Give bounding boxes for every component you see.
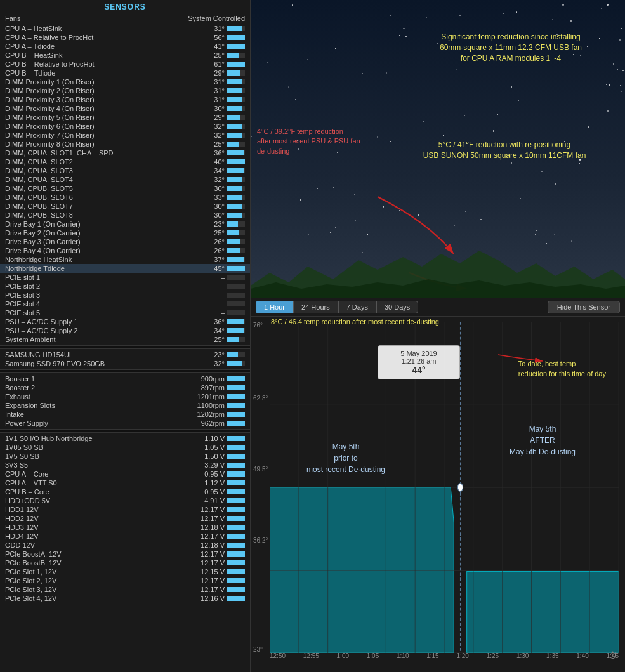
sensor-name: CPU A – VTT S0 (5, 479, 202, 487)
list-item: Drive Bay 3 (On Carrier)26° (0, 237, 250, 246)
sensor-value: 25° (202, 336, 225, 343)
star (465, 211, 466, 212)
sensor-value: 12.15 V (201, 568, 225, 576)
sensor-bar (227, 124, 245, 129)
list-item: DIMM, CPUB, SLOT633° (0, 193, 250, 202)
sensor-bar (227, 177, 245, 182)
list-item: CPU B – Tdiode29° (0, 69, 250, 77)
sensor-name: HDD4 12V (5, 532, 201, 540)
sensor-name: PCIE slot 1 (5, 273, 202, 281)
clock-icon: ⏱ (609, 650, 617, 661)
star (619, 39, 621, 41)
divider-fans (0, 369, 250, 373)
list-item: PCIe Slot 2, 12V12.17 V (0, 576, 250, 585)
sensor-value: 30° (202, 105, 225, 112)
sensor-value: 25° (202, 229, 225, 237)
sensor-value: 12.18 V (201, 524, 225, 531)
list-item: Booster 1900rpm (0, 374, 250, 383)
star (332, 183, 332, 183)
sensor-name: CPU A – Core (5, 470, 202, 478)
sensor-bar (227, 293, 245, 298)
star (459, 15, 461, 16)
list-item: DIMM Proximity 6 (On Riser)32° (0, 122, 250, 131)
star (303, 161, 303, 161)
sensor-bar (227, 168, 245, 173)
sensor-value: – (202, 273, 225, 281)
sensor-bar (227, 97, 245, 102)
list-item: CPU A – Tdiode41° (0, 42, 250, 51)
star (333, 187, 334, 188)
sensor-name: DIMM, CPUA, SLOT1, CHA – SPD (5, 149, 202, 157)
sensor-value: 23° (202, 220, 225, 228)
star (464, 115, 465, 116)
sensor-value: 26° (202, 247, 225, 254)
star (390, 15, 390, 16)
sensor-bar (227, 328, 245, 333)
sensor-value: 36° (202, 149, 225, 157)
btn-30days[interactable]: 30 Days (376, 301, 418, 313)
annotation-after-dedusting: May 5thAFTERMay 5th De-dusting (498, 423, 587, 458)
btn-7days[interactable]: 7 Days (338, 301, 376, 313)
sensor-bar (227, 337, 245, 342)
sensor-bar (227, 394, 245, 399)
sensor-value: 30° (202, 185, 225, 192)
sensor-value: 900rpm (201, 375, 225, 383)
star (300, 199, 301, 200)
sensor-bar (227, 213, 245, 218)
sensor-bar (227, 248, 245, 253)
sensor-name: PCIE slot 3 (5, 291, 202, 299)
sensor-bar (227, 560, 245, 565)
sensor-name: Power Supply (5, 419, 201, 427)
sensor-value: 34° (202, 327, 225, 334)
x-label-140: 1:40 (576, 652, 588, 659)
list-item: CPU B – Core0.95 V (0, 487, 250, 496)
divider-storage (0, 345, 250, 349)
sensor-value: – (202, 282, 225, 290)
star (601, 8, 602, 9)
hide-sensor-button[interactable]: Hide This Sensor (548, 301, 620, 313)
sensor-value: 25° (202, 140, 225, 148)
star (579, 163, 580, 164)
sensor-bar (227, 421, 245, 426)
list-item: System Ambient25° (0, 335, 250, 344)
sensor-bar (227, 480, 245, 485)
list-item: DIMM, CPUB, SLOT530° (0, 184, 250, 193)
tooltip-date: 5 May 2019 (385, 350, 453, 357)
sensor-bar (227, 489, 245, 494)
sensor-bar (227, 534, 245, 539)
list-item: DIMM Proximity 5 (On Riser)29° (0, 113, 250, 122)
system-controlled-label: System Controlled (188, 15, 245, 22)
star (518, 25, 518, 26)
x-label-110: 1:10 (397, 652, 409, 659)
x-label-115: 1:15 (426, 652, 438, 659)
star (288, 86, 289, 88)
star (355, 220, 356, 221)
list-item: 1V1 S0 I/O Hub Northbridge1.10 V (0, 434, 250, 443)
y-label-76: 76° (253, 322, 263, 329)
sensor-name: CPU A – HeatSink (5, 25, 202, 32)
sensor-name: Booster 1 (5, 375, 201, 383)
sensor-bar (227, 587, 245, 592)
star (535, 234, 536, 235)
sensor-name: DIMM Proximity 7 (On Riser) (5, 131, 202, 139)
list-item: SAMSUNG HD154UI23° (0, 350, 250, 359)
list-item: Drive Bay 4 (On Carrier)26° (0, 246, 250, 255)
sensor-name: PCIE slot 2 (5, 282, 202, 290)
sensor-name: 3V3 S5 (5, 461, 202, 469)
star (438, 46, 439, 46)
sensors-title: SENSORS (0, 0, 250, 13)
fans-label: Fans (5, 15, 20, 22)
sensor-name: PSU – AC/DC Supply 1 (5, 318, 202, 326)
btn-1hour[interactable]: 1 Hour (256, 301, 293, 313)
star (555, 19, 555, 20)
btn-24hours[interactable]: 24 Hours (293, 301, 338, 313)
sensor-name: Intake (5, 411, 197, 418)
star (562, 4, 563, 5)
list-item: Power Supply962rpm (0, 419, 250, 428)
list-item: PCIe Slot 3, 12V12.17 V (0, 585, 250, 594)
list-item: Booster 2897rpm (0, 383, 250, 392)
star (418, 214, 419, 216)
list-item: Drive Bay 1 (On Carrier)23° (0, 220, 250, 228)
star (607, 4, 608, 5)
star (493, 130, 494, 131)
